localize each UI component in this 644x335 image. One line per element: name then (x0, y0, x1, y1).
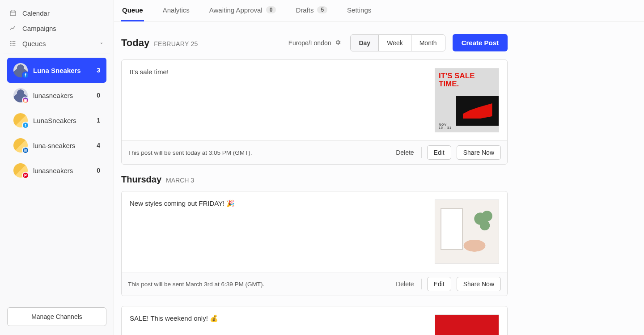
tab-drafts-badge: 5 (317, 6, 327, 13)
group-heading: Thursday MARCH 3 (121, 174, 508, 185)
avatar: t (13, 113, 28, 127)
divider (421, 279, 422, 289)
post-text: It's sale time! (130, 68, 427, 132)
post-body: SALE! This weekend only! 💰 (122, 306, 507, 335)
nav-calendar[interactable]: Calendar (4, 5, 110, 21)
post-status: This post will be sent March 3rd at 6:39… (128, 281, 264, 288)
tab-drafts-label: Drafts (296, 6, 314, 14)
group-name: Today (121, 37, 149, 49)
svg-point-1 (11, 41, 11, 42)
content-scroll[interactable]: Today FEBRUARY 25 Europe/London Day Week… (114, 21, 644, 335)
timezone-selector[interactable]: Europe/London (288, 39, 342, 47)
delete-label: Delete (396, 149, 414, 156)
post-body: It's sale time! IT'S SALE TIME. NOV 15 -… (122, 60, 507, 140)
nav-calendar-label: Calendar (22, 9, 50, 17)
seg-month-label: Month (419, 39, 437, 47)
tabs: Queue Analytics Awaiting Approval 0 Draf… (114, 0, 644, 21)
seg-week[interactable]: Week (379, 35, 411, 51)
thumb-dates: NOV 15 - 31 (439, 123, 452, 129)
share-now-label: Share Now (463, 149, 494, 156)
post-thumb-wrap (435, 314, 499, 335)
post-actions: Delete Edit Share Now (394, 145, 501, 160)
seg-day[interactable]: Day (351, 35, 379, 51)
pinterest-icon: P (22, 172, 29, 179)
list-icon (9, 39, 17, 47)
create-post-button[interactable]: Create Post (453, 34, 508, 51)
tab-analytics[interactable]: Analytics (162, 0, 191, 21)
edit-label: Edit (434, 149, 445, 156)
tab-settings-label: Settings (347, 6, 371, 14)
seg-month[interactable]: Month (411, 35, 445, 51)
group-name: Thursday (121, 174, 161, 185)
share-now-button[interactable]: Share Now (457, 145, 501, 160)
channel-count: 4 (97, 142, 100, 149)
edit-button[interactable]: Edit (427, 277, 451, 291)
avatar: ◉ (13, 88, 28, 102)
channel-list: f Luna Sneakers 3 ◉ lunasneakers 0 t Lun… (4, 58, 110, 183)
seg-day-label: Day (359, 39, 370, 47)
edit-button[interactable]: Edit (427, 145, 451, 160)
divider (421, 147, 422, 158)
post-thumbnail (435, 200, 499, 263)
channel-count: 0 (97, 167, 100, 174)
svg-point-2 (11, 43, 11, 43)
channel-name: lunasneakers (33, 167, 73, 174)
delete-button[interactable]: Delete (394, 146, 415, 159)
main: Queue Analytics Awaiting Approval 0 Draf… (114, 0, 644, 335)
tab-awaiting-approval[interactable]: Awaiting Approval 0 (208, 0, 277, 21)
channel-name: luna-sneakers (33, 142, 75, 149)
channel-item[interactable]: in luna-sneakers 4 (7, 133, 106, 158)
nav-queues-label: Queues (22, 40, 46, 47)
post-thumb-wrap (435, 199, 499, 264)
post-thumbnail: IT'S SALE TIME. NOV 15 - 31 (435, 68, 499, 132)
chevron-down-icon (97, 39, 106, 47)
sidebar: Calendar Campaigns Queues f (0, 0, 114, 335)
tab-settings[interactable]: Settings (346, 0, 372, 21)
post-footer: This post will be sent March 3rd at 6:39… (122, 272, 507, 296)
nav-campaigns[interactable]: Campaigns (4, 21, 110, 36)
queue-toolbar: Today FEBRUARY 25 Europe/London Day Week… (121, 34, 508, 51)
channel-count: 0 (97, 92, 100, 99)
tab-queue-label: Queue (122, 6, 143, 14)
instagram-icon: ◉ (22, 97, 29, 104)
tab-awaiting-label: Awaiting Approval (209, 6, 263, 14)
group-date: MARCH 3 (166, 177, 194, 184)
share-now-label: Share Now (463, 280, 494, 288)
channel-count: 1 (97, 117, 100, 124)
group-heading: Today FEBRUARY 25 (121, 37, 198, 49)
post-body: New styles coming out FRIDAY! 🎉 (122, 191, 507, 272)
view-segmented-control: Day Week Month (350, 34, 445, 51)
avatar: P (13, 163, 28, 178)
post-thumb-wrap: IT'S SALE TIME. NOV 15 - 31 (435, 68, 499, 132)
channel-item[interactable]: P lunasneakers 0 (7, 158, 106, 183)
share-now-button[interactable]: Share Now (457, 277, 501, 291)
seg-week-label: Week (387, 39, 403, 47)
nav-queues[interactable]: Queues (4, 36, 110, 51)
calendar-icon (9, 9, 17, 17)
timezone-label: Europe/London (288, 39, 331, 47)
channel-count: 3 (97, 67, 100, 74)
linkedin-icon: in (22, 147, 29, 154)
twitter-icon: t (22, 122, 29, 129)
svg-point-3 (11, 45, 11, 45)
chart-line-icon (9, 24, 17, 32)
create-post-label: Create Post (462, 39, 499, 47)
post-thumbnail (435, 315, 499, 335)
channel-item[interactable]: ◉ lunasneakers 0 (7, 83, 106, 108)
post-card: New styles coming out FRIDAY! 🎉 This pos… (121, 191, 508, 296)
tab-queue[interactable]: Queue (121, 0, 144, 21)
delete-button[interactable]: Delete (394, 278, 415, 290)
post-card: SALE! This weekend only! 💰 (121, 306, 508, 335)
manage-channels-button[interactable]: Manage Channels (7, 307, 106, 326)
channel-item[interactable]: f Luna Sneakers 3 (7, 58, 106, 83)
divider (4, 54, 110, 54)
post-text: New styles coming out FRIDAY! 🎉 (130, 199, 427, 264)
channel-name: LunaSneakers (33, 117, 76, 124)
edit-label: Edit (434, 280, 445, 288)
tab-drafts[interactable]: Drafts 5 (295, 0, 328, 21)
thumb-headline: IT'S SALE TIME. (435, 68, 499, 88)
post-text: SALE! This weekend only! 💰 (130, 314, 427, 335)
channel-item[interactable]: t LunaSneakers 1 (7, 108, 106, 133)
avatar: f (13, 63, 28, 77)
manage-channels-label: Manage Channels (31, 313, 82, 320)
